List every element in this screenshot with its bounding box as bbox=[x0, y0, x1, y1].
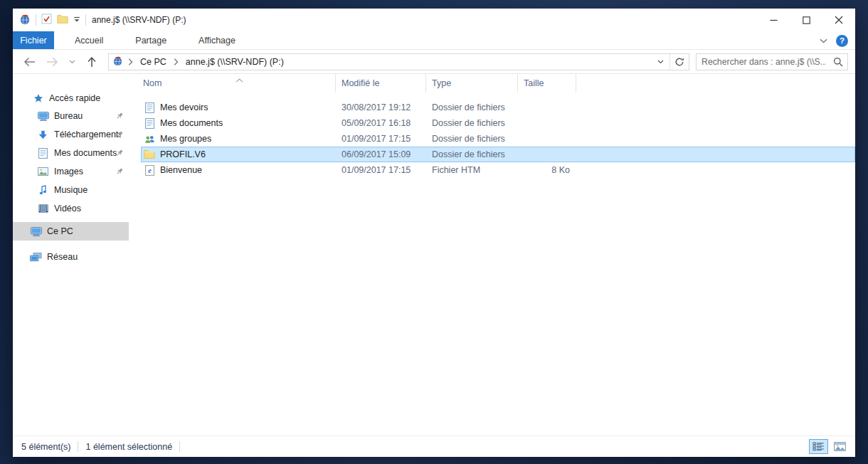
app-icon bbox=[19, 14, 31, 27]
tab-partage[interactable]: Partage bbox=[124, 31, 178, 49]
qat-dropdown-icon[interactable] bbox=[73, 15, 80, 25]
file-row-mes-documents[interactable]: Mes documents 05/09/2017 16:18 Dossier d… bbox=[141, 115, 855, 131]
sidebar-item-label: Bureau bbox=[54, 111, 83, 121]
minimize-button[interactable] bbox=[757, 9, 790, 31]
search-input[interactable] bbox=[697, 57, 829, 67]
file-type: Dossier de fichiers bbox=[426, 118, 518, 128]
up-icon[interactable] bbox=[83, 56, 101, 68]
file-name: PROFIL.V6 bbox=[160, 149, 206, 159]
sidebar-item-label: Mes documents bbox=[54, 148, 117, 158]
help-button[interactable]: ? bbox=[836, 35, 848, 47]
sidebar-item-musique[interactable]: Musique bbox=[13, 181, 129, 199]
file-type: Dossier de fichiers bbox=[426, 149, 518, 159]
view-toggles bbox=[809, 439, 850, 454]
sidebar-item-ce-pc[interactable]: Ce PC bbox=[13, 222, 129, 241]
back-icon[interactable] bbox=[20, 57, 38, 67]
file-modified: 01/09/2017 17:15 bbox=[336, 134, 426, 144]
qat-check-icon[interactable] bbox=[41, 14, 52, 26]
sidebar-item-label: Images bbox=[54, 167, 83, 176]
file-rows: Mes devoirs 30/08/2017 19:12 Dossier de … bbox=[141, 100, 855, 178]
quick-access-toolbar bbox=[13, 14, 86, 27]
forward-icon[interactable] bbox=[43, 57, 61, 67]
tab-accueil[interactable]: Accueil bbox=[63, 31, 115, 49]
file-modified: 30/08/2017 19:12 bbox=[336, 102, 426, 112]
file-type: Fichier HTM bbox=[426, 165, 518, 175]
html-file-icon: e bbox=[144, 165, 155, 176]
window-controls bbox=[757, 9, 855, 31]
file-row-profil-v6-selected[interactable]: PROFIL.V6 06/09/2017 15:09 Dossier de fi… bbox=[141, 147, 855, 162]
navigation-bar: Ce PC anne.j$ (\\SRV-NDF) (P:) bbox=[13, 50, 855, 74]
toolbar-separator bbox=[85, 14, 86, 26]
breadcrumb-chevron-icon[interactable] bbox=[171, 58, 181, 65]
breadcrumb-current-drive[interactable]: anne.j$ (\\SRV-NDF) (P:) bbox=[184, 57, 286, 67]
sidebar-item-reseau[interactable]: Réseau bbox=[13, 248, 129, 266]
breadcrumb-ce-pc[interactable]: Ce PC bbox=[138, 57, 169, 67]
quick-access-star-icon bbox=[32, 93, 44, 103]
tab-fichier[interactable]: Fichier bbox=[13, 31, 54, 49]
network-icon bbox=[30, 253, 42, 262]
file-row-mes-groupes[interactable]: Mes groupes 01/09/2017 17:15 Dossier de … bbox=[141, 131, 855, 147]
details-view-icon[interactable] bbox=[809, 439, 828, 454]
sidebar-item-telechargements[interactable]: Téléchargements bbox=[13, 125, 129, 144]
maximize-button[interactable] bbox=[790, 9, 822, 31]
sidebar-item-label: Ce PC bbox=[47, 226, 73, 236]
status-separator bbox=[179, 441, 180, 452]
sidebar-item-bureau[interactable]: Bureau bbox=[13, 107, 129, 125]
file-modified: 01/09/2017 17:15 bbox=[336, 165, 426, 175]
sidebar-item-quick-access[interactable]: Accès rapide bbox=[13, 90, 129, 107]
pin-icon bbox=[115, 112, 124, 122]
desktop-icon bbox=[37, 112, 49, 121]
sidebar-item-label: Téléchargements bbox=[54, 130, 121, 139]
sidebar-item-label: Musique bbox=[54, 185, 88, 195]
folder-icon bbox=[144, 149, 155, 159]
sidebar-item-videos[interactable]: Vidéos bbox=[13, 199, 129, 218]
navigation-pane: Accès rapide Bureau Téléchargements bbox=[13, 74, 129, 436]
breadcrumb-chevron-icon[interactable] bbox=[126, 58, 135, 65]
svg-text:e: e bbox=[148, 167, 152, 174]
pictures-icon bbox=[37, 167, 49, 176]
sidebar-item-label: Vidéos bbox=[54, 204, 81, 213]
status-separator bbox=[78, 441, 78, 452]
explorer-window: anne.j$ (\\SRV-NDF) (P:) Fichier Accueil… bbox=[13, 9, 855, 457]
column-header-taille[interactable]: Taille bbox=[517, 74, 576, 93]
file-size: 8 Ko bbox=[518, 165, 577, 175]
downloads-icon bbox=[37, 130, 49, 139]
file-row-bienvenue[interactable]: e Bienvenue 01/09/2017 17:15 Fichier HTM… bbox=[141, 162, 855, 178]
sidebar-item-images[interactable]: Images bbox=[13, 162, 129, 181]
items-count: 5 élément(s) bbox=[21, 442, 70, 452]
file-name: Bienvenue bbox=[160, 165, 202, 175]
selection-count: 1 élément sélectionné bbox=[85, 442, 172, 452]
status-bar: 5 élément(s) 1 élément sélectionné bbox=[13, 436, 855, 457]
pin-icon bbox=[115, 130, 124, 141]
search-icon[interactable] bbox=[829, 57, 847, 67]
thumbnail-view-icon[interactable] bbox=[830, 439, 850, 454]
desktop-background: anne.j$ (\\SRV-NDF) (P:) Fichier Accueil… bbox=[0, 0, 868, 464]
drive-icon bbox=[112, 56, 123, 68]
refresh-icon[interactable] bbox=[670, 54, 689, 70]
qat-new-folder-icon[interactable] bbox=[57, 14, 68, 26]
sidebar-item-label: Accès rapide bbox=[49, 93, 100, 103]
users-icon bbox=[144, 135, 155, 144]
column-header-type[interactable]: Type bbox=[425, 74, 517, 93]
address-dropdown-icon[interactable] bbox=[651, 54, 669, 70]
file-modified: 05/09/2017 16:18 bbox=[336, 118, 426, 128]
toolbar-separator bbox=[36, 14, 36, 26]
file-type: Dossier de fichiers bbox=[426, 134, 518, 144]
column-header-modifie-le[interactable]: Modifié le bbox=[335, 74, 425, 93]
document-folder-icon bbox=[144, 102, 155, 113]
documents-icon bbox=[37, 148, 49, 159]
file-list-pane: Nom Modifié le Type Taille Mes devoirs 3… bbox=[129, 74, 855, 436]
address-bar[interactable]: Ce PC anne.j$ (\\SRV-NDF) (P:) bbox=[108, 53, 689, 70]
tab-affichage[interactable]: Affichage bbox=[187, 31, 247, 49]
document-folder-icon bbox=[144, 118, 155, 129]
recent-locations-icon[interactable] bbox=[65, 60, 78, 64]
file-name: Mes devoirs bbox=[160, 102, 208, 112]
expand-ribbon-icon[interactable] bbox=[820, 36, 827, 46]
close-button[interactable] bbox=[822, 9, 855, 31]
sidebar-item-label: Réseau bbox=[47, 252, 78, 262]
main-content: Accès rapide Bureau Téléchargements bbox=[13, 74, 855, 436]
sidebar-item-mes-documents[interactable]: Mes documents bbox=[13, 144, 129, 162]
search-box bbox=[696, 53, 848, 70]
file-row-mes-devoirs[interactable]: Mes devoirs 30/08/2017 19:12 Dossier de … bbox=[141, 100, 855, 115]
file-modified: 06/09/2017 15:09 bbox=[336, 149, 426, 159]
